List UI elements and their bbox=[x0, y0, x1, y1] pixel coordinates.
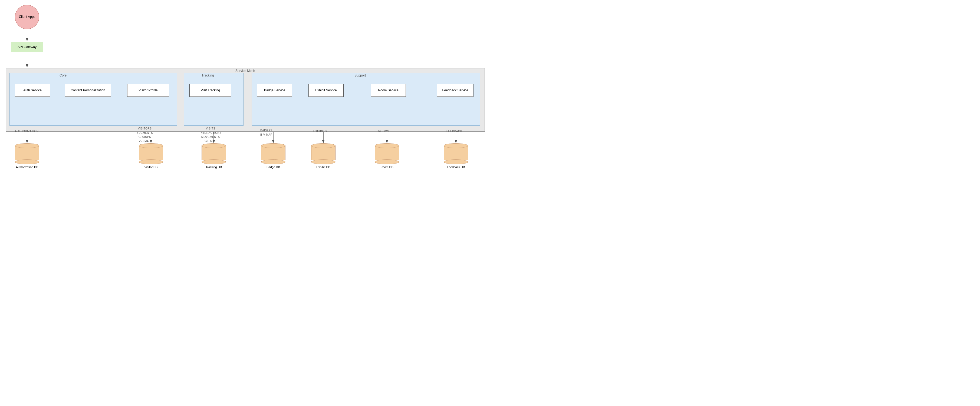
visitor-profile-box: Visitor Profile bbox=[127, 84, 169, 97]
exhibit-db-label: Exhibit DB bbox=[316, 165, 330, 169]
tracking-db: Tracking DB bbox=[202, 143, 226, 169]
core-group bbox=[10, 73, 177, 126]
auth-db-tables: AUTHORIZATIONS bbox=[15, 129, 41, 133]
auth-db: Authorization DB bbox=[15, 143, 39, 169]
db-top bbox=[444, 143, 468, 148]
api-gateway-node: API Gateway bbox=[11, 42, 43, 52]
badge-db: Badge DB bbox=[261, 143, 285, 169]
tracking-label: Tracking bbox=[202, 73, 214, 77]
visitor-db: Visitor DB bbox=[139, 143, 163, 169]
db-bottom bbox=[139, 160, 163, 164]
api-gateway-label: API Gateway bbox=[18, 45, 37, 49]
room-service-box: Room Service bbox=[371, 84, 406, 97]
room-db-label: Room DB bbox=[380, 165, 393, 169]
room-db: Room DB bbox=[375, 143, 399, 169]
badge-service-box: Badge Service bbox=[257, 84, 292, 97]
feedback-db-label: Feedback DB bbox=[447, 165, 465, 169]
db-top bbox=[375, 143, 399, 148]
visit-tracking-label: Visit Tracking bbox=[201, 89, 220, 92]
content-service-box: Content Personalization bbox=[65, 84, 111, 97]
db-top bbox=[311, 143, 336, 148]
badge-db-label: Badge DB bbox=[267, 165, 280, 169]
feedback-service-box: Feedback Service bbox=[437, 84, 474, 97]
db-bottom bbox=[202, 160, 226, 164]
visitor-profile-label: Visitor Profile bbox=[138, 89, 158, 92]
db-bottom bbox=[15, 160, 39, 164]
db-bottom bbox=[261, 160, 285, 164]
db-top bbox=[202, 143, 226, 148]
exhibit-service-box: Exhibit Service bbox=[309, 84, 344, 97]
auth-service-box: Auth Service bbox=[15, 84, 50, 97]
auth-service-label: Auth Service bbox=[23, 89, 42, 92]
db-top bbox=[261, 143, 285, 148]
feedback-service-label: Feedback Service bbox=[442, 89, 468, 92]
db-bottom bbox=[375, 160, 399, 164]
exhibit-db-tables: EXHIBITS bbox=[313, 129, 327, 133]
exhibit-db: Exhibit DB bbox=[311, 143, 336, 169]
badge-service-label: Badge Service bbox=[264, 89, 285, 92]
visit-tracking-box: Visit Tracking bbox=[189, 84, 231, 97]
support-group bbox=[251, 73, 480, 126]
feedback-db: Feedback DB bbox=[444, 143, 468, 169]
support-label: Support bbox=[355, 73, 366, 77]
db-bottom bbox=[444, 160, 468, 164]
content-service-label: Content Personalization bbox=[71, 89, 105, 92]
tracking-group bbox=[184, 73, 243, 126]
client-apps-label: Client Apps bbox=[19, 15, 35, 19]
auth-db-label: Authorization DB bbox=[16, 165, 38, 169]
visitor-db-label: Visitor DB bbox=[145, 165, 158, 169]
tracking-db-label: Tracking DB bbox=[206, 165, 222, 169]
db-top bbox=[139, 143, 163, 148]
core-label: Core bbox=[59, 73, 67, 77]
exhibit-service-label: Exhibit Service bbox=[315, 89, 337, 92]
db-top bbox=[15, 143, 39, 148]
service-mesh-label: Service Mesh bbox=[235, 69, 255, 73]
room-service-label: Room Service bbox=[378, 89, 398, 92]
badge-db-tables: BADGESB-V MAP bbox=[260, 128, 272, 137]
room-db-tables: ROOMS bbox=[378, 129, 389, 133]
architecture-diagram: { "title": "Microservices Architecture D… bbox=[0, 0, 490, 203]
feedback-db-tables: FEEDBACK bbox=[446, 129, 462, 133]
client-apps-node: Client Apps bbox=[15, 5, 39, 29]
db-bottom bbox=[311, 160, 336, 164]
